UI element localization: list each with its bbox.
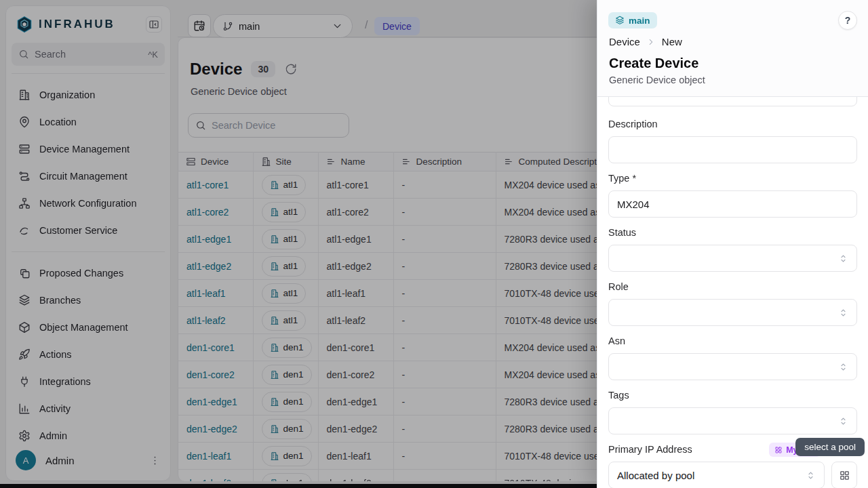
select-value: Allocated by pool (617, 470, 806, 481)
field-primary-ip: Primary IP Address My IP a select a pool… (608, 443, 857, 488)
breadcrumb-parent[interactable]: Device (609, 36, 640, 47)
field-label: Asn (608, 334, 857, 348)
drawer-breadcrumb: Device New (609, 36, 682, 47)
name-input-partial[interactable] (608, 97, 857, 106)
branch-chip: main (608, 12, 657, 28)
field-label: Description (608, 117, 857, 131)
drawer-header: main ? Device New Create Device Generic … (597, 0, 868, 97)
drawer-subtitle: Generic Device object (609, 75, 705, 85)
field-description: Description (608, 117, 857, 163)
asn-select[interactable] (608, 353, 857, 380)
breadcrumb-current: New (662, 36, 682, 47)
field-label: Type * (608, 171, 857, 185)
field-tags: Tags (608, 388, 857, 434)
field-label: Status (608, 226, 857, 239)
field-type: Type * (608, 171, 857, 218)
role-select[interactable] (608, 299, 857, 326)
field-label: Role (608, 280, 857, 293)
field-status: Status (608, 226, 857, 272)
chevrons-up-down-icon (838, 362, 848, 372)
type-input[interactable] (608, 190, 857, 218)
chevrons-up-down-icon (838, 308, 848, 318)
description-input[interactable] (608, 136, 857, 163)
help-button[interactable]: ? (838, 11, 857, 30)
modal-overlay[interactable] (0, 0, 597, 488)
select-pool-button[interactable] (831, 462, 857, 488)
chevrons-up-down-icon (806, 470, 816, 481)
field-label: Primary IP Address (608, 443, 692, 456)
chevrons-up-down-icon (838, 416, 848, 426)
layers-icon (615, 16, 625, 25)
field-asn: Asn (608, 334, 857, 380)
chevron-right-icon (646, 37, 656, 47)
create-device-form: Description Type * Status Role Asn (597, 97, 868, 488)
status-select[interactable] (608, 245, 857, 272)
tags-select[interactable] (608, 407, 857, 434)
select-pool-tooltip: select a pool (795, 438, 865, 456)
field-label: Tags (608, 388, 857, 402)
pool-grid-icon (774, 446, 783, 454)
create-device-drawer: main ? Device New Create Device Generic … (597, 0, 868, 488)
primary-ip-select[interactable]: Allocated by pool (608, 462, 825, 488)
field-role: Role (608, 280, 857, 326)
chevrons-up-down-icon (838, 253, 848, 264)
drawer-title: Create Device (609, 56, 698, 71)
